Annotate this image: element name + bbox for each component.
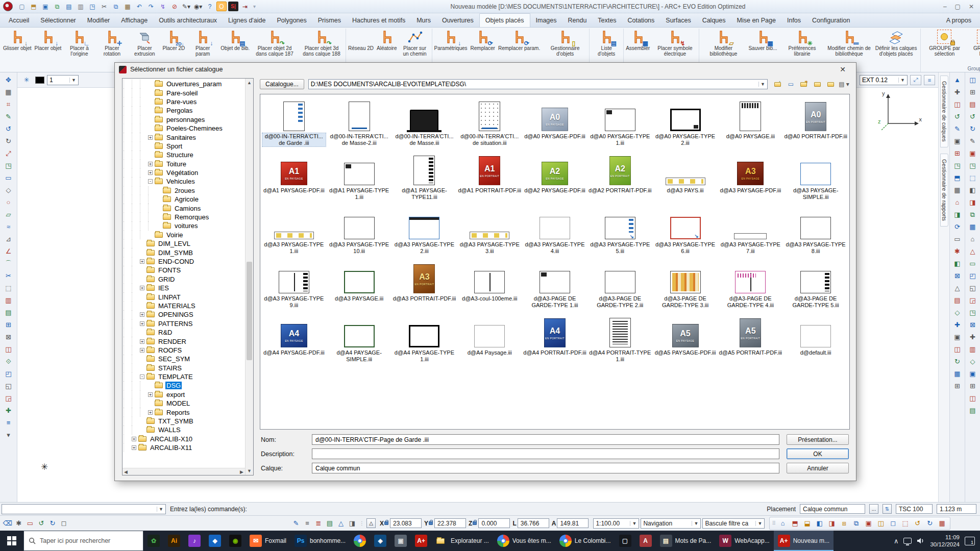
status-left-icon[interactable]: ✱ bbox=[13, 518, 24, 529]
right-tool-b-icon[interactable]: ◰ bbox=[967, 270, 979, 282]
tree-item-sport[interactable]: Sport bbox=[124, 142, 245, 151]
ribbon-placer-l-origine[interactable]: ∟Placer à l'origine bbox=[63, 29, 95, 58]
tree-item-sanitaires[interactable]: +Sanitaires bbox=[124, 133, 245, 141]
taskbar-app-foxmail[interactable]: ✉Foxmail bbox=[246, 531, 290, 551]
tree-item-vehicules[interactable]: -Vehicules bbox=[124, 177, 245, 186]
file-item[interactable]: A0EN PORTRAITd@A0 PORTRAIT-PDF.iii bbox=[783, 99, 848, 154]
file-item[interactable]: d@00-IN-TERRA'CTI... de situation.iii bbox=[457, 99, 522, 154]
taskbar-pinned-diamond-icon[interactable]: ◈ bbox=[370, 531, 390, 551]
qat-capture-icon[interactable]: ◳ bbox=[87, 2, 97, 11]
taskbar-pinned-plant-icon[interactable]: ✿ bbox=[143, 531, 164, 551]
nom-field[interactable]: d@00-IN-TERRA'CTIF-Page de Garde .iii bbox=[312, 434, 779, 445]
left-tool-icon[interactable]: ✥ bbox=[3, 74, 15, 86]
tree-expand-icon[interactable]: - bbox=[140, 374, 144, 379]
left-tool-icon[interactable]: ▱ bbox=[3, 209, 15, 220]
file-item[interactable]: d@A1 PAYSAGE-TYPE11.iii bbox=[392, 154, 457, 208]
taskbar-pinned-blue-icon[interactable]: ◆ bbox=[205, 531, 225, 551]
ribbon-modifier-biblioth-que[interactable]: ▱Modifier bibliothèque bbox=[700, 29, 747, 58]
layer-swap-icon[interactable]: ⇅ bbox=[883, 504, 892, 514]
tree-vertical-scrollbar[interactable]: ▲ ▼ bbox=[245, 79, 253, 475]
left-tool-icon[interactable]: ◲ bbox=[3, 392, 15, 404]
right-tool-a-icon[interactable]: ✱ bbox=[951, 245, 964, 257]
tree-item-r-d[interactable]: R&D bbox=[124, 328, 245, 337]
taskbar-search[interactable]: Taper ici pour rechercher bbox=[23, 531, 143, 551]
left-tool-icon[interactable]: ▦ bbox=[3, 86, 15, 98]
qat-open-icon[interactable]: ⬒ bbox=[29, 2, 39, 11]
right-tool-b-icon[interactable]: ◨ bbox=[967, 196, 979, 208]
tree-item-roofs[interactable]: +ROOFS bbox=[124, 346, 245, 355]
ribbon-placer-objet[interactable]: ↓Placer objet bbox=[33, 29, 63, 53]
left-tool-icon[interactable]: ◳ bbox=[3, 160, 15, 171]
ribbon-gestionnaire-d-objets[interactable]: ▯Gestionnaire d'objets bbox=[542, 29, 589, 58]
qat-copy-icon[interactable]: ⧉ bbox=[111, 2, 121, 11]
placement-layer-field[interactable]: Calque commun bbox=[800, 504, 865, 514]
ribbon-pr-f-rences-librairie[interactable]: ✳Préférences librairie bbox=[779, 29, 826, 58]
right-tool-b-icon[interactable]: ◱ bbox=[967, 282, 979, 294]
list-button[interactable]: ≡ bbox=[924, 75, 935, 85]
tree-item-arcalib-x10[interactable]: +ARCALIB-X10 bbox=[124, 435, 245, 443]
left-tool-icon[interactable]: ⌗ bbox=[3, 98, 15, 110]
file-item[interactable]: d@A3-PAGE DE GARDE-TYPE 1.iii bbox=[522, 262, 587, 316]
file-item[interactable]: d@00-IN-TERRA'CTI... de Garde .iii bbox=[261, 99, 327, 154]
tree-expand-icon[interactable]: + bbox=[140, 312, 144, 317]
file-item[interactable]: d@A1 PAYSAGE-TYPE 1.iii bbox=[327, 154, 392, 208]
taskbar-app-photoshop[interactable]: Psbonhomme... bbox=[290, 531, 350, 551]
left-tool-icon[interactable]: ∠ bbox=[3, 245, 15, 257]
scroll-left-icon[interactable]: ◀ bbox=[124, 469, 128, 474]
left-tool-icon[interactable]: ▤ bbox=[3, 307, 15, 318]
file-item[interactable]: A3EN PAYSAGEd@A3 PAYSAGE-PDF.iii bbox=[718, 154, 783, 208]
taskbar-app-explorer[interactable]: Explorateur ... bbox=[431, 531, 493, 551]
file-item[interactable]: d@A0 PAYSAGE-TYPE 2.iii bbox=[653, 99, 718, 154]
scale-combo[interactable]: 1:100.00▼ bbox=[593, 518, 639, 529]
color-swatch[interactable] bbox=[35, 77, 44, 84]
menu-hachures-et-motifs[interactable]: Hachures et motifs bbox=[347, 13, 411, 27]
tree-item-fonts[interactable]: FONTS bbox=[124, 266, 245, 274]
right-tool-b-icon[interactable]: ⧉ bbox=[967, 209, 979, 220]
ribbon-objet-de-bib-[interactable]: ▤Objet de bib. bbox=[219, 29, 251, 53]
tree-expand-icon[interactable]: + bbox=[148, 410, 153, 415]
tree-item-linpat[interactable]: LINPAT bbox=[124, 292, 245, 301]
tree-horizontal-scrollbar[interactable]: ◀ ▶ bbox=[122, 468, 245, 475]
right-tool-b-icon[interactable]: ▤ bbox=[967, 405, 979, 416]
file-item[interactable]: d@00-IN-TERRA'CTI... de Masse.iii bbox=[392, 99, 457, 154]
right-tool-a-icon[interactable]: ▲ bbox=[951, 74, 964, 86]
ribbon-assembler[interactable]: ▦Assembler bbox=[624, 29, 651, 53]
ribbon-placer-objet-2d-dans-calque-187[interactable]: ↷Placer objet 2d dans calque 187 bbox=[251, 29, 298, 58]
right-tool-a-icon[interactable]: ▣ bbox=[951, 331, 964, 343]
ribbon-r-seau-2d[interactable]: Réseau 2D bbox=[347, 29, 375, 53]
tree-expand-icon[interactable]: + bbox=[132, 445, 136, 450]
right-tool-a-icon[interactable]: ◨ bbox=[951, 209, 964, 220]
lock-icon[interactable] bbox=[473, 521, 477, 525]
tree-item-template[interactable]: -TEMPLATE bbox=[124, 372, 245, 381]
ribbon-placer-symbole-lectrique[interactable]: ↯Placer symbole électrique bbox=[651, 29, 698, 58]
folder-list-icon[interactable] bbox=[812, 79, 823, 89]
qat-undo-icon[interactable]: ↶ bbox=[134, 2, 144, 11]
right-tool-b-icon[interactable]: ▣ bbox=[967, 368, 979, 380]
tree-item-pare-soleil[interactable]: Pare-soleil bbox=[124, 88, 245, 97]
tab-gestionnaire-de-rapports[interactable]: Gestionnaire de rapports bbox=[940, 154, 948, 227]
display-icon[interactable] bbox=[903, 538, 912, 544]
tree-item-2roues[interactable]: 2roues bbox=[124, 186, 245, 195]
tree-item-reports[interactable]: +Reports bbox=[124, 408, 245, 416]
dialog-close-button[interactable]: ✕ bbox=[834, 65, 852, 73]
coord-y-value[interactable]: 22.378 bbox=[434, 518, 466, 528]
qat-stop-icon[interactable]: ⊘ bbox=[169, 2, 180, 11]
view3d-tool-icon[interactable]: ⬓ bbox=[802, 518, 813, 529]
menu-polygones[interactable]: Polygones bbox=[271, 13, 312, 27]
menu-calques[interactable]: Calques bbox=[697, 13, 731, 27]
right-tool-a-icon[interactable]: △ bbox=[951, 282, 964, 294]
file-item[interactable]: d@A4 Paysage.iii bbox=[457, 316, 522, 370]
ribbon-placer-rotation[interactable]: ✛Placer rotation bbox=[95, 29, 128, 58]
left-tool-icon[interactable]: ◫ bbox=[3, 343, 15, 355]
file-item[interactable]: d@00-IN-TERRA'CTI... de Masse-2.iii bbox=[327, 99, 392, 154]
qat-view-menu-icon[interactable]: ◉▾ bbox=[193, 2, 203, 11]
menu-outils-architecturaux[interactable]: Outils architecturaux bbox=[153, 13, 223, 27]
view3d-tool-icon[interactable]: ⧈ bbox=[839, 518, 850, 529]
scrollbar-thumb[interactable] bbox=[247, 262, 252, 361]
status-mid-icon[interactable]: ≣ bbox=[313, 518, 324, 529]
tsc-field[interactable]: TSC 100 bbox=[896, 504, 933, 514]
taskbar-pinned-access-icon[interactable]: A bbox=[635, 531, 656, 551]
right-tool-b-icon[interactable]: ⊠ bbox=[967, 319, 979, 331]
file-item[interactable]: d@A4 PAYSAGE-SIMPLE.iii bbox=[327, 316, 392, 370]
ribbon-placer-objet-3d-dans-calque-188[interactable]: ↷Placer objet 3d dans calque 188 bbox=[298, 29, 345, 58]
